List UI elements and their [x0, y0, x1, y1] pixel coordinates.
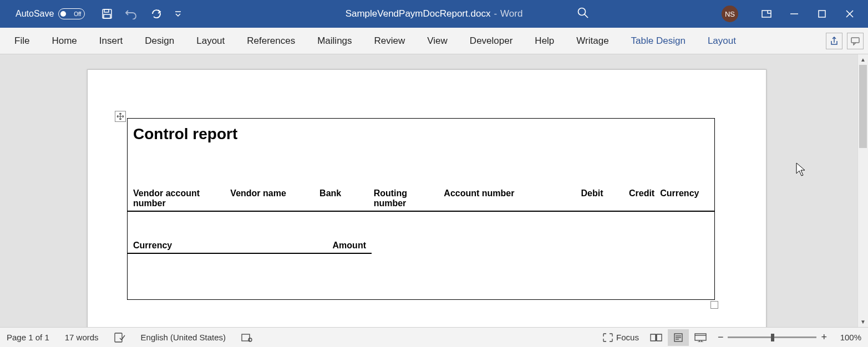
ribbon-display-options-icon[interactable] — [753, 0, 780, 28]
status-words[interactable]: 17 words — [65, 333, 99, 342]
svg-rect-8 — [819, 11, 825, 17]
zoom-slider[interactable]: − + — [718, 331, 827, 343]
scroll-up-icon[interactable]: ▲ — [858, 54, 868, 65]
tab-writage[interactable]: Writage — [565, 28, 620, 54]
table-resize-handle-icon[interactable] — [710, 301, 718, 309]
zoom-handle[interactable] — [771, 334, 774, 341]
quick-access-toolbar — [101, 8, 181, 19]
window-controls: NS — [722, 0, 864, 28]
report-heading: Control report — [128, 119, 714, 143]
tab-references[interactable]: References — [236, 28, 306, 54]
statusbar: Page 1 of 1 17 words English (United Sta… — [0, 327, 868, 347]
ribbon-tabs: File Home Insert Design Layout Reference… — [0, 28, 868, 54]
svg-point-4 — [578, 8, 586, 16]
read-mode-icon[interactable] — [646, 329, 667, 346]
table-header-row-2: Currency Amount — [128, 241, 372, 254]
minimize-icon[interactable] — [780, 0, 808, 28]
redo-icon[interactable] — [150, 8, 163, 19]
title-sep: - — [494, 8, 497, 19]
zoom-track[interactable] — [728, 336, 816, 338]
focus-mode-button[interactable]: Focus — [597, 329, 644, 346]
autosave-label: AutoSave — [16, 9, 54, 19]
comments-icon[interactable] — [847, 33, 864, 49]
tab-view[interactable]: View — [416, 28, 459, 54]
document-table[interactable]: Control report Vendor account number Ven… — [127, 118, 715, 300]
col-vendor-name: Vendor name — [230, 188, 319, 208]
summary-block: Currency Amount — [128, 241, 372, 254]
focus-label: Focus — [616, 333, 639, 342]
spellcheck-icon[interactable] — [114, 333, 125, 343]
tab-layout[interactable]: Layout — [185, 28, 236, 54]
svg-point-14 — [248, 338, 252, 341]
zoom-percentage[interactable]: 100% — [834, 333, 861, 342]
col2-currency: Currency — [133, 241, 324, 251]
table-move-handle-icon[interactable] — [115, 111, 126, 122]
app-name: Word — [500, 8, 522, 19]
tab-table-design[interactable]: Table Design — [620, 28, 697, 54]
undo-icon[interactable] — [125, 8, 138, 19]
tab-mailings[interactable]: Mailings — [306, 28, 363, 54]
titlebar: AutoSave Off SampleVendPaymDocReport.doc… — [0, 0, 868, 28]
tab-developer[interactable]: Developer — [459, 28, 524, 54]
tab-help[interactable]: Help — [524, 28, 565, 54]
svg-rect-6 — [762, 11, 771, 17]
web-layout-icon[interactable] — [690, 329, 711, 346]
svg-rect-12 — [115, 333, 122, 342]
col-routing: Routing number — [374, 188, 444, 208]
zoom-in-icon[interactable]: + — [821, 331, 827, 343]
svg-rect-2 — [104, 14, 110, 18]
status-language[interactable]: English (United States) — [141, 333, 226, 342]
svg-line-5 — [585, 14, 588, 18]
svg-rect-19 — [695, 334, 706, 340]
scrollbar-thumb[interactable] — [859, 65, 867, 148]
svg-rect-1 — [104, 9, 109, 12]
autosave-toggle-wrap[interactable]: AutoSave Off — [16, 8, 85, 19]
save-icon[interactable] — [101, 8, 113, 19]
maximize-icon[interactable] — [808, 0, 836, 28]
tab-insert[interactable]: Insert — [88, 28, 134, 54]
avatar[interactable]: NS — [722, 6, 738, 22]
autosave-toggle[interactable]: Off — [58, 8, 85, 19]
vertical-scrollbar[interactable]: ▲ ▼ — [857, 54, 868, 327]
col2-amount: Amount — [324, 241, 366, 251]
col-debit: Debit — [546, 188, 608, 208]
share-icon[interactable] — [826, 33, 842, 49]
scroll-down-icon[interactable]: ▼ — [858, 317, 868, 327]
tab-review[interactable]: Review — [363, 28, 417, 54]
tab-file[interactable]: File — [3, 28, 40, 54]
macro-recording-icon[interactable] — [241, 333, 252, 343]
col-bank: Bank — [319, 188, 374, 208]
svg-rect-11 — [851, 38, 859, 43]
col-vendor-account: Vendor account number — [133, 188, 230, 208]
document-canvas[interactable]: Control report Vendor account number Ven… — [0, 54, 868, 327]
table-header-row-1: Vendor account number Vendor name Bank R… — [128, 188, 714, 212]
doc-filename: SampleVendPaymDocReport.docx — [346, 8, 491, 19]
autosave-state: Off — [74, 11, 81, 17]
customize-qat-icon[interactable] — [175, 11, 181, 17]
window-title: SampleVendPaymDocReport.docx - Word — [346, 8, 523, 19]
toggle-dot — [60, 11, 66, 17]
mouse-cursor-icon — [796, 162, 807, 179]
col-currency: Currency — [660, 188, 709, 208]
col-credit: Credit — [609, 188, 661, 208]
tab-table-layout[interactable]: Layout — [697, 28, 747, 54]
print-layout-icon[interactable] — [668, 329, 689, 346]
status-page[interactable]: Page 1 of 1 — [7, 333, 49, 342]
zoom-out-icon[interactable]: − — [718, 331, 724, 343]
col-account: Account number — [444, 188, 546, 208]
avatar-initials: NS — [725, 10, 735, 18]
tab-home[interactable]: Home — [40, 28, 88, 54]
close-icon[interactable] — [836, 0, 864, 28]
tab-design[interactable]: Design — [134, 28, 185, 54]
search-button[interactable] — [577, 7, 589, 21]
